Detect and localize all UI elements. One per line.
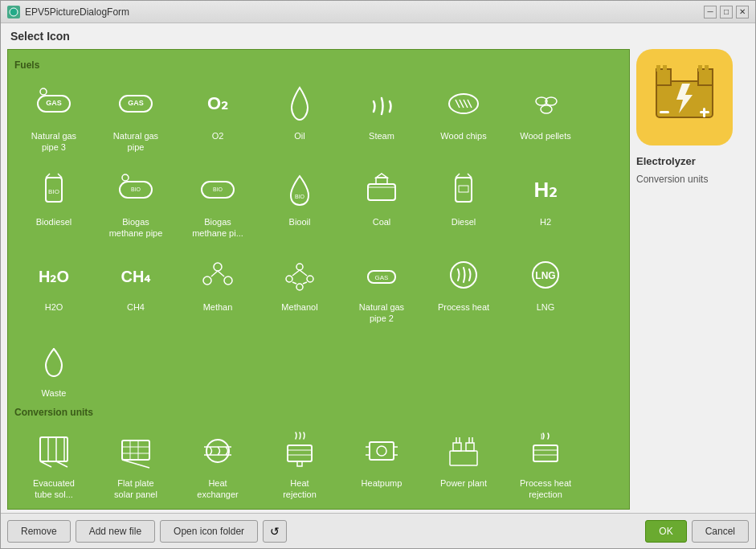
svg-line-37 bbox=[292, 270, 300, 276]
icon-methan[interactable]: Methan bbox=[178, 247, 257, 330]
icon-heat-rejection[interactable]: Heatrejection bbox=[260, 423, 339, 506]
icon-lng[interactable]: LNG LNG bbox=[506, 247, 585, 330]
icon-label: Natural gaspipe 2 bbox=[359, 301, 404, 325]
icon-label: Biodiesel bbox=[36, 216, 72, 227]
svg-text:H₂O: H₂O bbox=[39, 268, 69, 285]
svg-rect-65 bbox=[370, 442, 394, 460]
icon-heatpump[interactable]: Heatpump bbox=[342, 423, 421, 506]
close-button[interactable]: ✕ bbox=[736, 6, 749, 18]
icon-absorption[interactable]: Absorption bbox=[260, 509, 339, 510]
svg-text:LNG: LNG bbox=[535, 270, 555, 281]
svg-text:BIO: BIO bbox=[213, 186, 223, 192]
conversion-row-1: Evacuatedtube sol... Fla bbox=[14, 423, 623, 506]
icon-wood-boiler[interactable]: Wood boiler bbox=[178, 509, 257, 510]
svg-point-15 bbox=[122, 174, 129, 181]
icon-label: Heatexchanger bbox=[197, 477, 238, 501]
svg-rect-70 bbox=[533, 445, 558, 461]
icon-label: Methanol bbox=[281, 301, 317, 313]
svg-point-30 bbox=[224, 277, 232, 285]
icon-label: Heatrejection bbox=[283, 477, 317, 501]
svg-point-34 bbox=[286, 276, 292, 282]
icon-natural-gas-pipe-3[interactable]: GAS Natural gaspipe 3 bbox=[14, 76, 93, 158]
icon-biogas-methane-pipe[interactable]: BIO Biogasmethane pipe bbox=[96, 162, 175, 244]
minimize-button[interactable]: ─ bbox=[704, 6, 717, 18]
ok-button[interactable]: OK bbox=[645, 520, 686, 543]
icon-ch4[interactable]: CH₄ CH4 bbox=[96, 247, 175, 330]
main-area: Fuels GAS Natural gaspipe 3 bbox=[1, 46, 755, 513]
icon-biogas-plant[interactable]: Biogas plant bbox=[342, 509, 421, 510]
open-icon-folder-button[interactable]: Open icon folder bbox=[160, 520, 258, 543]
icon-methanol[interactable]: Methanol bbox=[260, 247, 339, 330]
icon-waste[interactable]: Waste bbox=[14, 333, 93, 404]
svg-point-35 bbox=[307, 276, 313, 282]
icon-process-heat-rejection[interactable]: Process heatrejection bbox=[506, 423, 585, 506]
svg-line-31 bbox=[211, 271, 218, 277]
fuels-row-2: BIO Biodiesel BIO Biogasmethane pipe bbox=[14, 162, 623, 244]
icon-solar[interactable]: Solar bbox=[14, 509, 93, 510]
icon-heat-exchanger[interactable]: Heatexchanger bbox=[178, 423, 257, 506]
icon-biogas-methane-pi[interactable]: BIO Biogasmethane pi... bbox=[178, 162, 257, 244]
selected-preview bbox=[636, 49, 733, 145]
svg-point-0 bbox=[10, 8, 18, 16]
svg-rect-24 bbox=[459, 186, 468, 192]
icon-natural-gas-pipe-2[interactable]: GAS Natural gaspipe 2 bbox=[342, 247, 421, 330]
icon-h2o[interactable]: H₂O H2O bbox=[14, 247, 93, 330]
icon-flat-plate-solar[interactable]: Flat platesolar panel bbox=[96, 423, 175, 506]
icon-o2[interactable]: O₂ O2 bbox=[178, 76, 257, 158]
icon-wood-pellets[interactable]: Wood pellets bbox=[506, 76, 585, 158]
svg-rect-52 bbox=[122, 440, 149, 460]
icon-wood-chips[interactable]: Wood chips bbox=[424, 76, 503, 158]
icon-label: Biooil bbox=[289, 216, 311, 227]
icon-small-boiler[interactable]: Small boiler bbox=[424, 509, 503, 510]
svg-point-58 bbox=[206, 440, 229, 462]
icon-coal[interactable]: Coal bbox=[342, 162, 421, 244]
svg-text:H₂: H₂ bbox=[534, 178, 558, 202]
cancel-button[interactable]: Cancel bbox=[692, 520, 749, 543]
maximize-button[interactable]: □ bbox=[720, 6, 733, 18]
svg-line-57 bbox=[122, 460, 149, 468]
icon-label: LNG bbox=[537, 301, 555, 313]
icon-biodiesel[interactable]: BIO Biodiesel bbox=[14, 162, 93, 244]
fuels-row-1: GAS Natural gaspipe 3 GAS Natural ga bbox=[14, 76, 623, 158]
icon-boiler[interactable]: Boiler bbox=[506, 509, 585, 510]
svg-point-10 bbox=[541, 105, 552, 113]
svg-rect-68 bbox=[453, 443, 461, 451]
svg-rect-21 bbox=[376, 178, 387, 184]
fuels-row-4: Waste bbox=[14, 333, 623, 404]
icon-h2[interactable]: H₂ H2 bbox=[506, 162, 585, 244]
icon-label: Power plant bbox=[440, 477, 487, 489]
icon-power-plant[interactable]: Power plant bbox=[424, 423, 503, 506]
svg-rect-97 bbox=[656, 65, 660, 72]
icon-evacuated-tube[interactable]: Evacuatedtube sol... bbox=[14, 423, 93, 506]
svg-text:O₂: O₂ bbox=[207, 93, 228, 113]
icon-steam[interactable]: Steam bbox=[342, 76, 421, 158]
icon-label: Biogasmethane pipe bbox=[109, 216, 163, 240]
svg-rect-102 bbox=[660, 111, 669, 113]
svg-rect-46 bbox=[40, 437, 67, 461]
icon-label: Oil bbox=[294, 130, 304, 141]
svg-rect-61 bbox=[288, 445, 312, 461]
main-window: EPV5PictureDialogForm ─ □ ✕ Select Icon … bbox=[0, 0, 756, 549]
remove-button[interactable]: Remove bbox=[7, 520, 71, 543]
svg-point-7 bbox=[449, 94, 478, 113]
icon-diesel[interactable]: Diesel bbox=[424, 162, 503, 244]
icon-label: Methan bbox=[203, 301, 233, 313]
section-label-conversion: Conversion units bbox=[14, 407, 623, 418]
reset-button[interactable]: ↺ bbox=[263, 520, 287, 543]
icon-label: H2 bbox=[540, 216, 551, 227]
add-new-file-button[interactable]: Add new file bbox=[76, 520, 155, 543]
icon-wind-farm[interactable]: Wind farm bbox=[96, 509, 175, 510]
dialog-title: Select Icon bbox=[1, 23, 755, 46]
icon-oil[interactable]: Oil bbox=[260, 76, 339, 158]
svg-text:BIO: BIO bbox=[295, 194, 305, 199]
svg-point-43 bbox=[451, 262, 476, 288]
icon-biooil[interactable]: BIO Biooil bbox=[260, 162, 339, 244]
svg-rect-23 bbox=[456, 178, 472, 202]
icon-label: Diesel bbox=[452, 216, 476, 227]
svg-text:CH₄: CH₄ bbox=[121, 268, 152, 285]
svg-line-38 bbox=[300, 270, 307, 276]
icon-natural-gas-pipe[interactable]: GAS Natural gaspipe bbox=[96, 76, 175, 158]
icon-grid[interactable]: Fuels GAS Natural gaspipe 3 bbox=[7, 49, 630, 510]
icon-process-heat[interactable]: Process heat bbox=[424, 247, 503, 330]
svg-rect-19 bbox=[368, 184, 395, 200]
